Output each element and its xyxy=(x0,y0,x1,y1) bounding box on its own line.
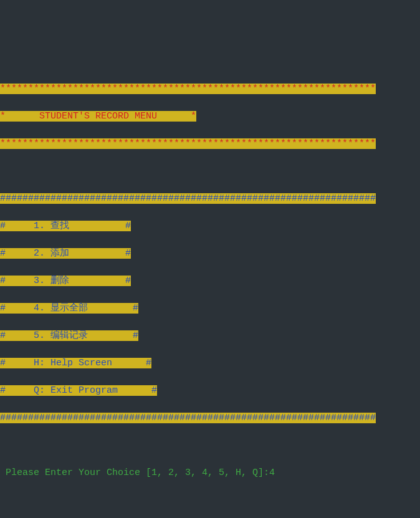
prompt-input[interactable]: 4 xyxy=(269,468,275,478)
menu-item-delete: # 3. 删除 # xyxy=(0,276,131,286)
menu-item-help: # H: Help Screen # xyxy=(0,358,151,368)
header-title: * STUDENT'S RECORD MENU * xyxy=(0,111,196,122)
menu-item-add: # 2. 添加 # xyxy=(0,248,131,259)
menu-item-edit: # 5. 编辑记录 # xyxy=(0,330,138,341)
menu-hash-border: ########################################… xyxy=(0,193,376,204)
menu-item-quit: # Q: Exit Program # xyxy=(0,385,157,396)
menu-hash-border: ########################################… xyxy=(0,413,376,423)
terminal[interactable]: ****************************************… xyxy=(0,41,420,518)
prompt-label: Please Enter Your Choice [1, 2, 3, 4, 5,… xyxy=(0,468,269,478)
header-star-border: ****************************************… xyxy=(0,138,376,149)
header-star-border: ****************************************… xyxy=(0,84,376,94)
menu-item-showall: # 4. 显示全部 # xyxy=(0,303,138,314)
menu-item-search: # 1. 查找 # xyxy=(0,221,131,231)
